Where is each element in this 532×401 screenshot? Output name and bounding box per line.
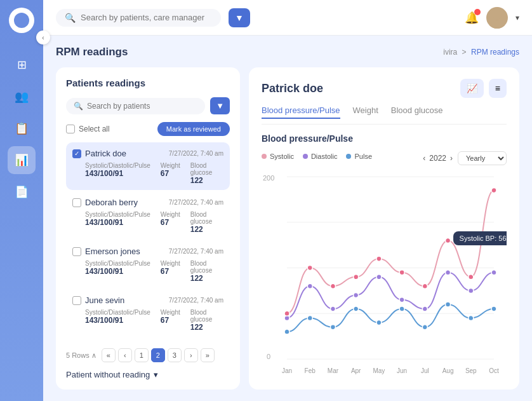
pulse-legend-dot xyxy=(346,154,351,159)
year-prev-button[interactable]: ‹ xyxy=(423,154,425,163)
page-header: RPM readings ivira > RPM readings xyxy=(56,46,519,58)
patient-filter-button[interactable]: ▼ xyxy=(210,97,230,114)
patient-date: 7/27/2022, 7:40 am xyxy=(169,199,223,206)
weight-value: 67 xyxy=(161,267,180,276)
sidebar-item-patients[interactable]: 👥 xyxy=(8,83,36,111)
breadcrumb: ivira > RPM readings xyxy=(443,48,519,57)
patient-checkbox[interactable] xyxy=(72,247,81,256)
page-first-button[interactable]: « xyxy=(102,348,116,362)
topbar: 🔍 ▼ 🔔 ▾ xyxy=(43,0,532,36)
page-prev-button[interactable]: ‹ xyxy=(118,348,132,362)
chart-icon: 📊 xyxy=(15,153,29,167)
patient-search-box[interactable]: 🔍 xyxy=(66,98,205,114)
patient-checkbox[interactable] xyxy=(72,296,81,305)
glucose-label: Blood glucose xyxy=(190,211,223,225)
left-panel: Patients readings 🔍 ▼ Select all Mark as… xyxy=(56,67,240,390)
tab-blood-pressure[interactable]: Blood pressure/Pulse xyxy=(262,105,340,119)
chart-container: Systolic BP: 56 xyxy=(262,170,507,378)
patient-search-input[interactable] xyxy=(87,102,197,111)
patient-row[interactable]: June sevin 7/27/2022, 7:40 am Systolic/D… xyxy=(66,289,230,337)
patient-name: June sevin xyxy=(85,296,165,305)
chart-view-button[interactable]: 📈 xyxy=(460,79,484,98)
page-last-button[interactable]: » xyxy=(201,348,215,362)
patient-name: Deborah berry xyxy=(85,198,165,207)
year-nav: ‹ 2022 › xyxy=(423,154,453,163)
glucose-value: 122 xyxy=(190,274,223,283)
patient-row[interactable]: ✓ Patrick doe 7/27/2022, 7:40 am Systoli… xyxy=(66,142,230,190)
chart-controls: ‹ 2022 › Yearly Monthly Weekly xyxy=(423,151,507,165)
patient-detail-name: Patrick doe xyxy=(262,82,323,95)
patients-icon: 👥 xyxy=(15,90,29,104)
tab-weight[interactable]: Weight xyxy=(353,105,378,119)
weight-value: 67 xyxy=(161,316,180,325)
page-next-button[interactable]: › xyxy=(184,348,198,362)
mark-reviewed-button[interactable]: Mark as reviewed xyxy=(157,122,230,136)
svg-point-0 xyxy=(493,11,502,20)
patient-search-icon: 🔍 xyxy=(74,102,83,111)
page-title: RPM readings xyxy=(56,46,128,58)
logo-inner xyxy=(14,13,29,28)
breadcrumb-separator: > xyxy=(462,48,467,57)
clipboard-icon: 📋 xyxy=(15,121,29,135)
breadcrumb-root: ivira xyxy=(443,48,457,57)
sidebar-item-document[interactable]: 📄 xyxy=(8,178,36,206)
year-next-button[interactable]: › xyxy=(450,154,453,163)
vitals-value: 143/100/91 xyxy=(85,218,150,227)
select-all-checkbox[interactable] xyxy=(66,125,75,133)
sidebar-item-clipboard[interactable]: 📋 xyxy=(8,114,36,142)
avatar[interactable] xyxy=(486,7,508,29)
period-select[interactable]: Yearly Monthly Weekly xyxy=(458,151,507,165)
weight-label: Weight xyxy=(161,211,180,218)
global-search-input[interactable] xyxy=(81,13,212,22)
sidebar: ‹ ⊞ 👥 📋 📊 📄 xyxy=(0,0,43,401)
menu-button[interactable]: ≡ xyxy=(489,79,507,98)
patient-name: Emerson jones xyxy=(85,247,165,256)
patient-without-chevron-icon: ▾ xyxy=(154,370,158,379)
logo[interactable] xyxy=(9,8,34,33)
avatar-chevron-icon[interactable]: ▾ xyxy=(515,13,519,22)
patient-row[interactable]: Deborah berry 7/27/2022, 7:40 am Systoli… xyxy=(66,191,230,239)
tab-bar: Blood pressure/Pulse Weight Blood glucos… xyxy=(262,105,507,125)
patient-checkbox[interactable]: ✓ xyxy=(72,149,81,158)
weight-label: Weight xyxy=(161,260,180,267)
breadcrumb-current[interactable]: RPM readings xyxy=(471,48,519,57)
patient-detail-header: Patrick doe 📈 ≡ xyxy=(262,79,507,98)
vitals-label: Systolic/Diastolic/Pulse xyxy=(85,309,150,316)
patient-row[interactable]: Emerson jones 7/27/2022, 7:40 am Systoli… xyxy=(66,240,230,288)
right-panel: Patrick doe 📈 ≡ Blood pressure/Pulse Wei… xyxy=(249,67,519,390)
notification-button[interactable]: 🔔 xyxy=(465,11,479,25)
patient-date: 7/27/2022, 7:40 am xyxy=(169,248,223,255)
select-all-label[interactable]: Select all xyxy=(66,125,110,133)
pagination: 5 Rows ∧ « ‹ 1 2 3 › » xyxy=(66,348,230,362)
page-2-button[interactable]: 2 xyxy=(151,348,165,362)
document-icon: 📄 xyxy=(15,185,29,199)
global-filter-button[interactable]: ▼ xyxy=(229,8,250,27)
patient-date: 7/27/2022, 7:40 am xyxy=(169,150,223,157)
weight-label: Weight xyxy=(161,162,180,169)
glucose-label: Blood glucose xyxy=(190,260,223,274)
search-icon: 🔍 xyxy=(65,13,76,23)
tab-blood-glucose[interactable]: Blood glucose xyxy=(391,105,443,119)
vitals-value: 143/100/91 xyxy=(85,169,150,178)
patient-date: 7/27/2022, 7:40 am xyxy=(169,297,223,304)
glucose-value: 122 xyxy=(190,323,223,332)
patient-checkbox[interactable] xyxy=(72,198,81,207)
panel-title: Patients readings xyxy=(66,78,230,88)
global-search-box[interactable]: 🔍 xyxy=(56,9,221,27)
glucose-label: Blood glucose xyxy=(190,162,223,176)
sidebar-toggle[interactable]: ‹ xyxy=(36,31,50,44)
detail-icons: 📈 ≡ xyxy=(460,79,507,98)
vitals-value: 143/100/91 xyxy=(85,267,150,276)
weight-value: 67 xyxy=(161,218,180,227)
rows-label: 5 Rows ∧ xyxy=(66,351,96,360)
legend-diastolic: Diastolic xyxy=(303,153,338,160)
page-3-button[interactable]: 3 xyxy=(168,348,182,362)
diastolic-legend-label: Diastolic xyxy=(311,153,338,160)
patient-without-toggle[interactable]: Patient without reading ▾ xyxy=(66,370,230,379)
sidebar-item-dashboard[interactable]: ⊞ xyxy=(8,51,36,79)
patient-search-row: 🔍 ▼ xyxy=(66,97,230,114)
dashboard-icon: ⊞ xyxy=(17,58,27,72)
systolic-legend-dot xyxy=(262,154,267,159)
sidebar-item-chart[interactable]: 📊 xyxy=(8,146,36,174)
page-1-button[interactable]: 1 xyxy=(135,348,149,362)
